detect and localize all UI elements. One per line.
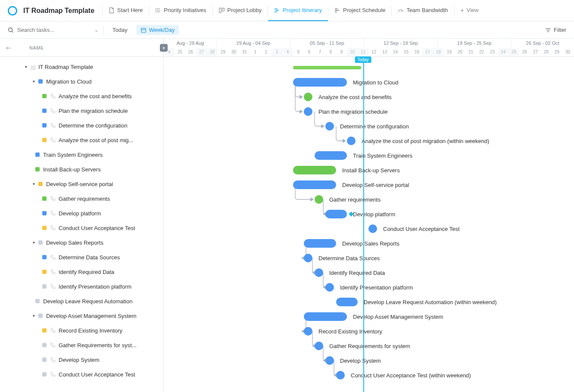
tab-project-itinerary[interactable]: Project Itinerary — [268, 0, 328, 21]
task-row[interactable]: Identify Presentation platform — [0, 279, 163, 294]
task-row[interactable]: Determine Data Sources — [0, 250, 163, 264]
svg-point-30 — [53, 345, 56, 348]
today-line — [363, 57, 364, 392]
gantt-parent-bar[interactable] — [336, 298, 358, 306]
gantt-milestone[interactable] — [304, 107, 312, 116]
task-row[interactable]: Analyze the cost of post mig... — [0, 133, 163, 147]
status-indicator — [42, 226, 47, 230]
gantt-parent-bar[interactable] — [293, 180, 336, 189]
task-row[interactable]: ▼IT Roadmap Template — [0, 59, 163, 74]
gantt-bar-label: Gather Requirements for system — [329, 343, 410, 349]
task-sidebar: ⇤ NAME + ▼IT Roadmap Template▼Migration … — [0, 39, 164, 392]
app-logo-icon[interactable] — [8, 6, 17, 16]
collapse-toggle-icon[interactable]: ▼ — [32, 314, 36, 318]
task-row[interactable]: Develop Leave Request Automation — [0, 294, 163, 308]
task-row[interactable]: ▼Develop Sales Reports — [0, 235, 163, 250]
tab-project-lobby[interactable]: Project Lobby — [213, 0, 268, 21]
svg-point-27 — [51, 328, 53, 330]
gantt-row: Record Existing Inventory — [164, 324, 574, 339]
day-label: 15 — [401, 48, 412, 57]
svg-point-8 — [53, 96, 56, 99]
tab-add-view[interactable]: + View — [455, 0, 485, 21]
task-row[interactable]: Identify Required Data — [0, 264, 163, 279]
today-button[interactable]: Today — [109, 25, 131, 35]
task-row[interactable]: Plan the migration schedule — [0, 103, 163, 118]
task-row[interactable]: Gather Requirements for syst... — [0, 338, 163, 352]
gantt-milestone[interactable] — [325, 283, 334, 292]
gantt-bar-label: Develop Leave Request Automation (within… — [364, 299, 497, 305]
collapse-toggle-icon[interactable]: ▼ — [24, 65, 28, 69]
gantt-parent-bar[interactable] — [304, 239, 336, 248]
gantt-bar-label: Plan the migration schedule — [318, 109, 387, 115]
task-row[interactable]: Record Existing Inventory — [0, 323, 163, 338]
day-label: 7 — [315, 48, 325, 57]
task-row[interactable]: Develop System — [0, 352, 163, 367]
tab-project-schedule[interactable]: Project Schedule — [328, 0, 391, 21]
task-tree[interactable]: ▼IT Roadmap Template▼Migration to CloudA… — [0, 57, 163, 392]
task-row[interactable]: ▼Migration to Cloud — [0, 74, 163, 89]
filter-button[interactable]: Filter — [545, 27, 566, 33]
gantt-milestone[interactable] — [304, 327, 312, 336]
day-label: 4 — [282, 48, 293, 57]
task-row[interactable]: ▼Develop Self-service portal — [0, 177, 163, 191]
task-row[interactable]: Analyze the cost and benefits — [0, 89, 163, 103]
subtask-icon — [50, 225, 56, 231]
collapse-toggle-icon[interactable]: ▼ — [32, 241, 36, 245]
task-row[interactable]: Develop platform — [0, 206, 163, 221]
task-row[interactable]: Determine the configuration — [0, 118, 163, 133]
task-row[interactable]: Conduct User Acceptance Test — [0, 221, 163, 235]
gantt-bar[interactable] — [325, 210, 347, 218]
gantt-milestone[interactable] — [315, 342, 323, 350]
gantt-milestone[interactable] — [315, 268, 323, 277]
gantt-body[interactable]: TodayMigration to CloudAnalyze the cost … — [164, 57, 574, 392]
gantt-row: Determine Data Sources — [164, 251, 574, 265]
collapse-toggle-icon[interactable]: ▼ — [32, 80, 36, 84]
svg-rect-4 — [222, 8, 224, 11]
task-row[interactable]: Gather requirements — [0, 191, 163, 206]
status-indicator — [35, 299, 40, 303]
today-progress-bar[interactable] — [293, 66, 361, 69]
status-indicator — [42, 109, 47, 113]
status-indicator — [42, 196, 47, 201]
day-label: 30 — [562, 48, 573, 57]
gantt-milestone[interactable] — [325, 356, 334, 365]
gantt-milestone[interactable] — [325, 122, 334, 131]
chevron-down-icon[interactable]: ⌄ — [94, 28, 99, 32]
gantt-parent-bar[interactable] — [293, 166, 336, 174]
gantt-milestone[interactable] — [368, 224, 377, 233]
svg-point-20 — [53, 228, 56, 230]
weekday-toggle[interactable]: Week/Day — [136, 25, 179, 35]
tab-team-bandwidth[interactable]: Team Bandwidth — [392, 0, 454, 21]
collapse-sidebar-icon[interactable]: ⇤ — [6, 44, 11, 51]
tab-start-here[interactable]: Start Here — [103, 0, 149, 21]
collapse-toggle-icon[interactable]: ▼ — [32, 182, 36, 186]
toolbar: ⌄ Today Week/Day Filter — [0, 22, 574, 39]
gantt-parent-bar[interactable] — [315, 151, 347, 160]
gantt-area[interactable]: Aug - 28 Aug29 Aug - 04 Sep05 Sep - 11 S… — [164, 39, 574, 392]
day-label: 24 — [498, 48, 508, 57]
gantt-parent-bar[interactable] — [304, 312, 347, 321]
task-row[interactable]: Train System Engineers — [0, 147, 163, 162]
gantt-milestone[interactable] — [347, 137, 356, 145]
search-input[interactable] — [17, 27, 91, 33]
task-label: Gather requirements — [59, 196, 110, 202]
status-indicator — [42, 284, 47, 289]
add-column-button[interactable]: + — [160, 44, 168, 52]
tab-priority-initiatives[interactable]: Priority Initiatives — [149, 0, 212, 21]
day-label: 12 — [368, 48, 379, 57]
task-label: Plan the migration schedule — [59, 108, 128, 114]
day-label: 22 — [476, 48, 487, 57]
gantt-milestone[interactable] — [336, 371, 345, 380]
day-label: 16 — [412, 48, 422, 57]
day-label: 9 — [336, 48, 347, 57]
gantt-milestone[interactable] — [304, 93, 312, 101]
task-row[interactable]: ▼Develop Asset Management System — [0, 308, 163, 323]
day-label: 26 — [519, 48, 530, 57]
gantt-parent-bar[interactable] — [293, 78, 347, 87]
gantt-milestone[interactable] — [315, 195, 323, 204]
task-sidebar-header: ⇤ NAME + — [0, 39, 163, 57]
gantt-row: Identify Required Data — [164, 265, 574, 280]
task-row[interactable]: Conduct User Acceptance Test — [0, 367, 163, 382]
gantt-milestone[interactable] — [304, 254, 312, 262]
task-row[interactable]: Install Back-up Servers — [0, 162, 163, 177]
